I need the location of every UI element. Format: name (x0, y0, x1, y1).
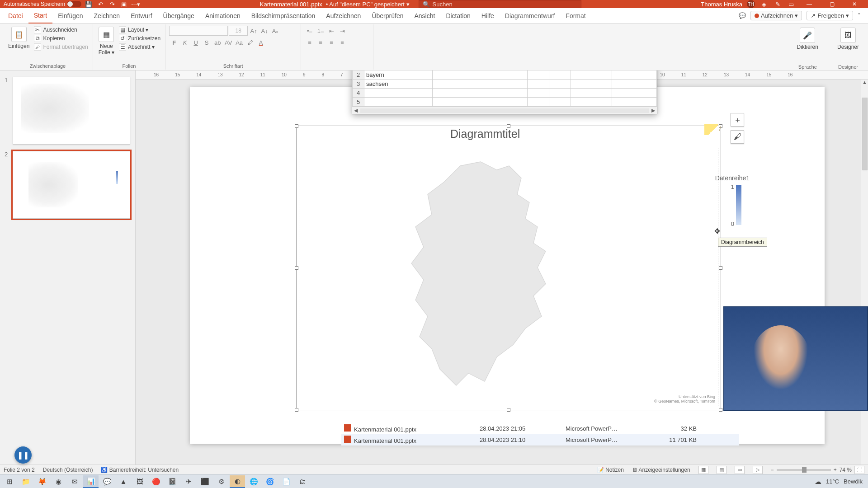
underline-button[interactable]: U (191, 38, 201, 47)
pen-icon[interactable]: ✎ (773, 0, 782, 8)
cell[interactable] (527, 98, 549, 107)
slideshow-view-button[interactable]: ▷ (753, 466, 763, 474)
record-button[interactable]: Aufzeichnen▾ (750, 11, 802, 20)
tab-transitions[interactable]: Übergänge (158, 8, 200, 23)
slide-thumb-1[interactable] (13, 77, 130, 145)
slide-thumbnails-pane[interactable]: 1 2 (0, 70, 136, 474)
undo-icon[interactable]: ↶ (96, 0, 105, 8)
scroll-right-icon[interactable]: ▶ (650, 108, 657, 113)
tab-animations[interactable]: Animationen (200, 8, 246, 23)
chart-data-window[interactable]: Diagramm in Microsoft PowerPoint ✕ ⤢ ↶▾ … (352, 70, 657, 114)
cell[interactable] (364, 98, 433, 107)
resize-handle[interactable] (295, 408, 298, 412)
copy-button[interactable]: ⧉Kopieren (33, 34, 89, 42)
section-button[interactable]: ☰Abschnitt ▾ (118, 43, 161, 51)
resize-handle[interactable] (507, 408, 510, 412)
app-icon[interactable]: 🖼 (132, 475, 147, 488)
comments-icon[interactable]: 💬 (739, 12, 746, 19)
cell[interactable] (635, 98, 656, 107)
user-name[interactable]: Thomas Hruska (701, 1, 742, 8)
firefox-icon[interactable]: 🦊 (34, 475, 50, 488)
align-left-button[interactable]: ≡ (305, 38, 315, 47)
slide-thumb-2[interactable] (13, 151, 130, 219)
tab-dictation[interactable]: Dictation (440, 8, 476, 23)
fit-button[interactable]: ⛶ (854, 466, 864, 474)
app-icon[interactable]: 🌐 (246, 475, 261, 488)
shadow-button[interactable]: ab (212, 38, 222, 47)
indent-inc-button[interactable]: ⇥ (337, 26, 347, 36)
align-right-button[interactable]: ≡ (326, 38, 336, 47)
dictate-button[interactable]: 🎤Diktieren (795, 27, 820, 51)
cell[interactable] (549, 98, 571, 107)
chart-styles-button[interactable]: 🖌 (731, 130, 744, 144)
document-title[interactable]: Kartenmaterial 001.pptx (260, 1, 322, 8)
explorer-icon[interactable]: 📁 (18, 475, 33, 488)
resize-handle[interactable] (295, 266, 298, 270)
language-indicator[interactable]: Deutsch (Österreich) (43, 467, 93, 473)
chart-elements-button[interactable]: ＋ (731, 113, 744, 127)
row-header[interactable]: 5 (353, 98, 364, 107)
app-icon[interactable]: 📄 (278, 475, 294, 488)
resize-handle[interactable] (719, 266, 722, 270)
coming-soon-icon[interactable]: ◈ (760, 0, 769, 8)
display-settings-button[interactable]: 🖥 Anzeigeeinstellungen (632, 467, 690, 473)
data-scroll-h[interactable]: ◀▶ (352, 107, 657, 114)
accessibility-check[interactable]: ♿ Barrierefreiheit: Untersuchen (101, 467, 179, 473)
cell[interactable] (592, 70, 612, 80)
reset-button[interactable]: ↺Zurücksetzen (118, 34, 161, 42)
save-icon[interactable]: 💾 (84, 0, 93, 8)
cell[interactable]: bayern (364, 70, 433, 80)
autosave-toggle[interactable]: Automatisches Speichern (4, 1, 81, 7)
zoom-control[interactable]: − + 74 % ⛶ (771, 466, 864, 474)
cell[interactable] (612, 70, 635, 80)
spacing-button[interactable]: AV (223, 38, 233, 47)
row-header[interactable]: 2 (353, 70, 364, 80)
tab-home[interactable]: Start (28, 8, 53, 23)
outlook-icon[interactable]: ✉ (67, 475, 82, 488)
file-list-overlay[interactable]: Kartenmaterial 001.pptx28.04.2023 21:05M… (341, 423, 739, 446)
zoom-out-button[interactable]: − (771, 467, 774, 473)
justify-button[interactable]: ≡ (337, 38, 347, 47)
chart-plot-area[interactable]: Datenreihe1 1 0 Unterstützt von Bing© Ge… (299, 148, 718, 406)
start-button[interactable]: ⊞ (2, 475, 17, 488)
font-size-input[interactable] (229, 26, 248, 36)
user-avatar[interactable]: TH (747, 0, 755, 8)
tab-chart-design[interactable]: Diagrammentwurf (500, 8, 560, 23)
pause-recording-button[interactable]: ❚❚ (14, 446, 32, 464)
highlight-button[interactable]: 🖍 (245, 38, 255, 47)
row-header[interactable]: 3 (353, 80, 364, 89)
paste-button[interactable]: 📋Einfügen (6, 26, 31, 50)
file-list-row[interactable]: Kartenmaterial 001.pptx28.04.2023 21:05M… (341, 423, 739, 434)
tab-review[interactable]: Überprüfen (366, 8, 409, 23)
notes-button[interactable]: 📝 Notizen (597, 467, 624, 473)
save-location[interactable]: • Auf "diesem PC" gespeichert ▾ (326, 1, 410, 8)
chart-title[interactable]: Diagrammtitel (450, 127, 520, 141)
cell[interactable] (612, 98, 635, 107)
cell[interactable] (432, 80, 527, 89)
resize-handle[interactable] (295, 124, 298, 128)
normal-view-button[interactable]: ▦ (698, 466, 708, 474)
indent-dec-button[interactable]: ⇤ (326, 26, 336, 36)
cell[interactable] (432, 70, 527, 80)
cell[interactable] (571, 70, 592, 80)
grow-font-icon[interactable]: A↑ (249, 26, 259, 36)
editor-scroll-v[interactable]: ▲ (861, 80, 868, 474)
slide-counter[interactable]: Folie 2 von 2 (4, 467, 35, 473)
tab-format[interactable]: Format (560, 8, 591, 23)
tab-help[interactable]: Hilfe (476, 8, 500, 23)
cut-button[interactable]: ✂Ausschneiden (33, 26, 89, 34)
maximize-button[interactable]: ▢ (823, 0, 841, 8)
more-qat-icon[interactable]: ⋯▾ (131, 0, 140, 8)
toggle-icon[interactable] (67, 1, 81, 7)
slide-editor[interactable]: 1615141312111098765432101234567891011121… (136, 70, 868, 474)
telegram-icon[interactable]: ✈ (181, 475, 196, 488)
strike-button[interactable]: S (202, 38, 212, 47)
minimize-button[interactable]: — (800, 0, 818, 8)
cell[interactable] (635, 89, 656, 98)
app-icon[interactable]: 💬 (99, 475, 115, 488)
tab-file[interactable]: Datei (3, 8, 28, 23)
cell[interactable] (592, 89, 612, 98)
file-list-row[interactable]: Kartenmaterial 001.pptx28.04.2023 21:10M… (341, 434, 739, 446)
redo-icon[interactable]: ↷ (108, 0, 117, 8)
cell[interactable] (527, 89, 549, 98)
